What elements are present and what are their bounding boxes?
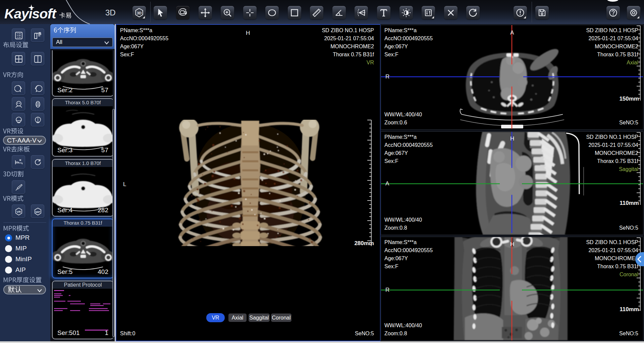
svg-text:VR: VR: [17, 210, 21, 214]
svg-text:MIP: MIP: [36, 211, 40, 214]
svg-text:3D: 3D: [137, 11, 142, 15]
